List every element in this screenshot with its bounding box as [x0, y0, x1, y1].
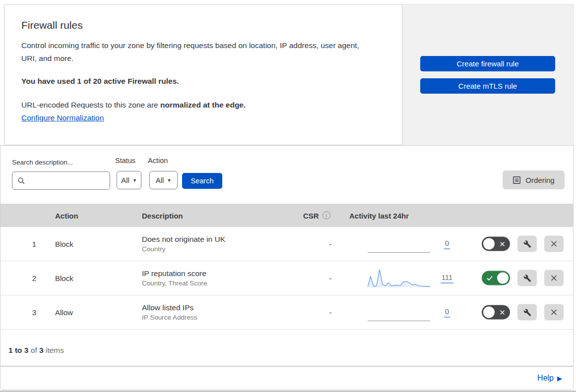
ordering-list-icon [512, 176, 521, 184]
edit-rule-button[interactable] [517, 236, 537, 252]
configure-normalization-link[interactable]: Configure Normalization [21, 113, 104, 122]
status-filter-label: Status [115, 157, 135, 165]
rule-enabled-toggle[interactable] [482, 305, 510, 320]
table-header: Action Description CSR i Activity last 2… [0, 204, 573, 227]
ordering-button[interactable]: Ordering [503, 170, 565, 189]
col-description: Description [142, 211, 183, 220]
action-filter-label: Action [148, 157, 168, 165]
activity-count-link[interactable]: 0 [444, 308, 450, 318]
rule-description: Does not originate in UK Country [142, 235, 225, 253]
wrench-icon [523, 274, 531, 282]
help-link[interactable]: Help ▶ [537, 374, 562, 383]
delete-rule-button[interactable] [544, 236, 564, 252]
rule-enabled-toggle[interactable] [482, 271, 510, 285]
toggle-knob [483, 307, 495, 318]
close-icon [550, 308, 558, 317]
activity-flatline [368, 302, 430, 323]
search-description-label: Search description... [12, 159, 73, 166]
col-activity: Activity last 24hr [349, 211, 409, 220]
firewall-rules-list-card: Search description... Status Action All … [0, 145, 574, 366]
page-description: Control incoming traffic to your zone by… [21, 39, 375, 65]
edit-rule-button[interactable] [517, 270, 537, 286]
rule-enabled-toggle[interactable] [482, 237, 510, 251]
col-action: Action [55, 211, 78, 220]
x-icon [500, 310, 505, 315]
create-mtls-rule-button[interactable]: Create mTLS rule [420, 78, 555, 94]
rule-priority: 2 [28, 274, 40, 282]
search-description-input[interactable] [28, 173, 103, 188]
rule-priority: 3 [28, 308, 40, 317]
rule-description: IP reputation score Country, Threat Scor… [142, 269, 207, 287]
wrench-icon [523, 308, 531, 316]
search-button[interactable]: Search [182, 173, 222, 189]
delete-rule-button[interactable] [544, 304, 564, 321]
search-description-input-wrap[interactable] [12, 171, 110, 190]
usage-notice: You have used 1 of 20 active Firewall ru… [21, 77, 382, 86]
status-filter-dropdown[interactable]: All ▼ [117, 171, 141, 189]
rule-action: Block [55, 274, 73, 282]
close-icon [550, 240, 558, 248]
create-firewall-rule-button[interactable]: Create firewall rule [420, 56, 555, 71]
table-row: 3 Allow Allow listed IPs IP Source Addre… [0, 295, 573, 330]
normalization-text: URL-encoded Requests to this zone are no… [21, 99, 382, 112]
rule-action: Allow [55, 308, 73, 317]
delete-rule-button[interactable] [544, 270, 564, 286]
csr-info-icon[interactable]: i [322, 212, 330, 220]
rule-action: Block [55, 240, 73, 248]
activity-sparkline [368, 268, 430, 288]
toggle-knob [483, 238, 495, 250]
x-icon [500, 241, 505, 247]
rule-description: Allow listed IPs IP Source Address [142, 303, 197, 321]
toggle-knob [497, 273, 509, 284]
wrench-icon [523, 240, 531, 248]
activity-count-link[interactable]: 111 [441, 274, 453, 283]
action-filter-dropdown[interactable]: All ▼ [149, 171, 178, 189]
activity-sparkline-wrap [368, 268, 430, 288]
help-bar: Help ▶ [0, 366, 574, 390]
rule-csr-value: - [313, 274, 348, 282]
page-title: Firewall rules [21, 19, 382, 31]
chevron-down-icon: ▼ [132, 178, 137, 183]
col-csr: CSR i [303, 211, 330, 220]
chevron-down-icon: ▼ [167, 178, 171, 183]
activity-flatline [368, 233, 430, 254]
firewall-intro-card: Firewall rules Control incoming traffic … [4, 4, 402, 145]
activity-count-link[interactable]: 0 [444, 239, 450, 249]
edit-rule-button[interactable] [517, 304, 537, 321]
table-row: 1 Block Does not originate in UK Country… [0, 227, 573, 261]
search-icon [17, 177, 25, 185]
rule-priority: 1 [28, 240, 40, 248]
pagination-summary: 1 to 3 of 3 items [8, 346, 64, 355]
arrow-right-icon: ▶ [557, 375, 562, 382]
table-row: 2 Block IP reputation score Country, Thr… [0, 261, 573, 295]
close-icon [550, 274, 558, 282]
rule-csr-value: - [313, 308, 348, 317]
check-icon [486, 275, 493, 281]
create-rule-panel: Create firewall rule Create mTLS rule [402, 4, 574, 145]
rule-csr-value: - [313, 240, 348, 248]
